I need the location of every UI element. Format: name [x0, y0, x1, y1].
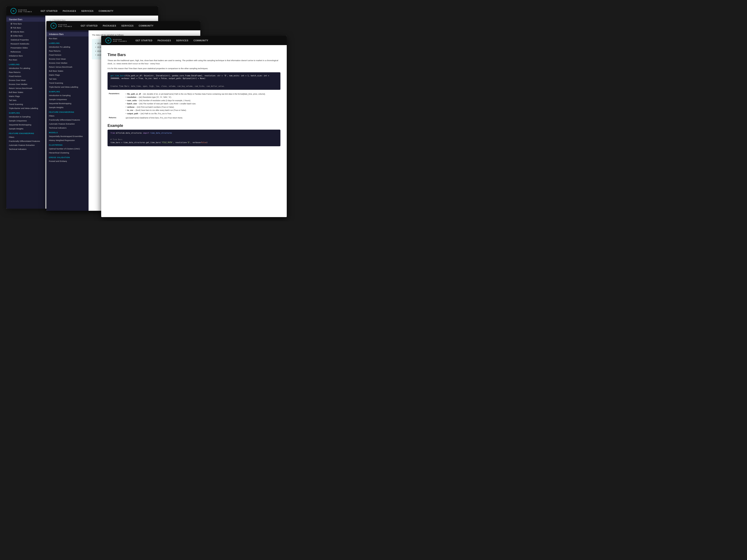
sidebar-standard-bars[interactable]: Standard Bars	[6, 17, 45, 22]
sidebar-tech-indicators[interactable]: Technical Indicators	[6, 147, 45, 151]
sidebar-excess-median[interactable]: Excess Over Median	[6, 82, 45, 86]
sidebar-intro-sampling[interactable]: Introduction to Sampling	[6, 115, 45, 119]
sidebar-run-bars[interactable]: Run Bars	[6, 58, 45, 62]
section-text-1: These are the traditional open, high, lo…	[107, 59, 280, 65]
sidebar-mid-tail-sets[interactable]: Tail Sets	[46, 77, 88, 81]
sidebar-sequential-boot[interactable]: Sequential Bootstrapping	[6, 123, 45, 127]
sidebar-bull-bear[interactable]: Bull Bear States	[6, 90, 45, 94]
sidebar-mid-triple[interactable]: Triple-Barrier and Meta-Labelling	[46, 85, 88, 89]
param-desc-3: – (int) Number of resolution units (3 da…	[138, 99, 191, 102]
front-body: Time Bars These are the traditional open…	[101, 45, 287, 217]
nav-packages[interactable]: PACKAGES	[63, 10, 76, 12]
sidebar-mid-feature: FEATURE ENGINEERING	[46, 109, 88, 114]
nav-community-mid[interactable]: COMMUNITY	[139, 25, 154, 27]
nav-bar-front: H HUDSON AND THAMES GET STARTED PACKAGES…	[101, 36, 287, 45]
sidebar-statistical[interactable]: Statistical Properties	[6, 38, 45, 42]
sidebar-auto-feat[interactable]: Automatic Feature Extraction	[6, 143, 45, 147]
sidebar-mid-onc[interactable]: Optimal Number of Clusters (ONC)	[46, 147, 88, 151]
nav-services-front[interactable]: SERVICES	[176, 39, 188, 42]
sidebar-mid-return-bench[interactable]: Return Versus Benchmark	[46, 65, 88, 69]
nav-community-front[interactable]: COMMUNITY	[194, 39, 208, 42]
sidebar-mid-seq-boot[interactable]: Sequential Bootstrapping	[46, 101, 88, 105]
nav-links-back: GET STARTED PACKAGES SERVICES COMMUNITY	[41, 10, 154, 12]
sidebar-mid-excess-median[interactable]: Excess Over Median	[46, 61, 88, 65]
sidebar-mid-sample-weights[interactable]: Sample Weights	[46, 105, 88, 109]
sidebar-mid-frac-diff[interactable]: Fractionally Differentiated Features	[46, 118, 88, 122]
sidebar-matrix-flags[interactable]: Matrix Flags	[6, 94, 45, 98]
nav-services[interactable]: SERVICES	[81, 10, 94, 12]
sidebar-imbalance[interactable]: Imbalance Bars	[6, 54, 45, 58]
param-desc-5: – (int) Print out batch numbers (True or…	[135, 106, 174, 109]
sidebar-time-bars[interactable]: ⊞ Time Bars	[6, 22, 45, 26]
nav-get-started-mid[interactable]: GET STARTED	[81, 25, 98, 27]
logo-icon-mid: H	[51, 23, 56, 29]
returns-label: Returns:	[107, 116, 124, 120]
sidebar-mid-history-reg[interactable]: History Weighted Regression	[46, 138, 88, 142]
sidebar-mid-trend[interactable]: Trend Scanning	[46, 81, 88, 85]
code-block: get_time_bars(file_path_or_df: Union[str…	[107, 72, 280, 90]
sidebar-mid-hierarchical[interactable]: Hierarchical Clustering	[46, 151, 88, 155]
params-label: Parameters:	[107, 92, 124, 116]
logo-text-front: HUDSON AND THAMES	[113, 39, 127, 43]
sidebar-mid-run-bars[interactable]: Run Bars	[46, 36, 88, 41]
sidebar-raw-returns[interactable]: Raw Returns	[6, 70, 45, 74]
sidebar-mid-intro-label[interactable]: Introduction To Labeling	[46, 45, 88, 49]
code-function-name: get_time_bars	[110, 75, 125, 77]
sidebar-section-labeling: LABELING	[6, 62, 45, 66]
sidebar-mid-tech-ind[interactable]: Technical Indicators	[46, 126, 88, 130]
nav-services-mid[interactable]: SERVICES	[121, 25, 133, 27]
param-name-1: file_path_or_df	[127, 93, 141, 96]
sidebar-mid-matrix[interactable]: Matrix Flags	[46, 73, 88, 77]
sidebar-excess-mean[interactable]: Excess Over Mean	[6, 78, 45, 82]
sidebar-tail-sets[interactable]: Tail Sets	[6, 98, 45, 102]
logo-text-back: HUDSON AND THAMES	[18, 9, 32, 13]
param-to-csv: to_csv – (bool) Save bars to csv after e…	[126, 109, 279, 112]
params-row: Parameters: file_path_or_df – (str, iter…	[107, 92, 280, 116]
sidebar-mid-imbalance[interactable]: Imbalance Bars	[46, 32, 88, 36]
sidebar-section-feature: FEATURE ENGINEERING	[6, 131, 45, 135]
sidebar-mid-excess-mean[interactable]: Excess Over Mean	[46, 57, 88, 61]
sidebar-fixed-horizon[interactable]: Fixed Horizon	[6, 74, 45, 78]
logo-icon-front: H	[105, 37, 111, 44]
params-list: file_path_or_df – (str, iterable of str,…	[126, 92, 279, 115]
sidebar-mid-seq-ensembles[interactable]: Sequentially Bootstrapped Ensembles	[46, 134, 88, 138]
nav-packages-mid[interactable]: PACKAGES	[103, 25, 117, 27]
sidebar-tick-bars[interactable]: ⊞ Tick Bars	[6, 26, 45, 30]
param-num-units: num_units – (int) Number of resolution u…	[126, 99, 279, 102]
sidebar-sample-weights[interactable]: Sample Weights	[6, 127, 45, 131]
sidebar-mid-raw-returns[interactable]: Raw Returns	[46, 49, 88, 53]
nav-get-started[interactable]: GET STARTED	[41, 10, 58, 12]
code-var-name: time_bars = time_data_structures.get_tim…	[110, 141, 161, 143]
nav-get-started-front[interactable]: GET STARTED	[135, 39, 153, 42]
section-text-2: It is for this reason that Time Bars hav…	[107, 67, 280, 70]
sidebar-triple-barrier[interactable]: Triple-Barrier and Meta-Labelling	[6, 106, 45, 110]
sidebar-mid-filters[interactable]: Filters	[46, 114, 88, 118]
sidebar-mid-auto-feat[interactable]: Automatic Feature Extraction	[46, 122, 88, 126]
sidebar-references[interactable]: References	[6, 50, 45, 54]
sidebar-mid-bull-bear[interactable]: Bull Bear States	[46, 69, 88, 73]
sidebar-research[interactable]: Research Notebooks	[6, 42, 45, 46]
sidebar-mid-fixed-horizon[interactable]: Fixed Horizon	[46, 53, 88, 57]
param-desc-7: – (str) Path to csv file, if to_csv is T…	[139, 112, 172, 115]
sidebar-presentation[interactable]: Presentation Slides	[6, 46, 45, 50]
code-import: import	[143, 132, 151, 134]
sidebar-return-benchmark[interactable]: Return Versus Benchmark	[6, 86, 45, 90]
sidebar-mid-intro-sampling[interactable]: Introduction to Sampling	[46, 94, 88, 97]
sidebar-volume-bars[interactable]: ⊞ Volume Bars	[6, 30, 45, 34]
sidebar-frac-diff[interactable]: Fractionally Differentiated Features	[6, 139, 45, 143]
code-comment-line: # Tick Bars	[110, 138, 278, 141]
logo-front: H HUDSON AND THAMES	[105, 37, 127, 44]
code-file-path: 'FILE_PATH'	[161, 141, 173, 143]
sidebar-intro-labeling[interactable]: Introduction To Labeling	[6, 66, 45, 70]
nav-community[interactable]: COMMUNITY	[99, 10, 114, 12]
sidebar-sample-uniqueness[interactable]: Sample Uniqueness	[6, 119, 45, 123]
code-params: (file_path_or_df: Union[str, Iterable[st…	[110, 75, 269, 80]
sidebar-trend-scanning[interactable]: Trend Scanning	[6, 102, 45, 106]
sidebar-filters[interactable]: Filters	[6, 135, 45, 139]
nav-packages-front[interactable]: PACKAGES	[158, 39, 171, 42]
sidebar-dollar-bars[interactable]: ⊞ Dollar Bars	[6, 34, 45, 38]
sidebar-mid-pureed[interactable]: Pureed and Embarq	[46, 159, 88, 163]
sidebar-mid-sample-unique[interactable]: Sample Uniqueness	[46, 97, 88, 101]
code-from: from	[110, 132, 116, 134]
param-name-3: num_units	[127, 99, 137, 102]
